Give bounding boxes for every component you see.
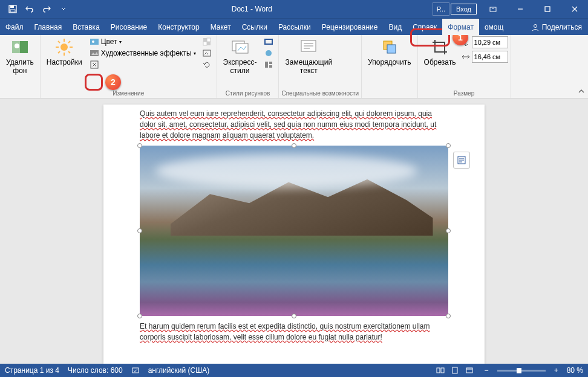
document-area[interactable]: Quis autem vel eum iure reprehenderit, c… — [0, 98, 588, 364]
change-picture-button[interactable] — [200, 48, 214, 59]
svg-rect-32 — [265, 39, 272, 44]
tab-layout[interactable]: Макет — [205, 19, 237, 35]
ribbon-options-button[interactable] — [479, 0, 506, 18]
arrange-icon — [380, 37, 399, 57]
login-button[interactable]: Вход — [451, 4, 477, 14]
titlebar-right: Р... Вход — [433, 0, 588, 18]
svg-rect-23 — [90, 50, 99, 56]
status-page[interactable]: Страница 1 из 4 — [5, 366, 59, 375]
tab-more[interactable]: омощ — [479, 19, 509, 35]
tab-file[interactable]: Файл — [0, 19, 29, 35]
picture-layout-button[interactable] — [261, 59, 276, 70]
color-button[interactable]: Цвет▾ — [87, 36, 198, 47]
ribbon-tabs: Файл Главная Вставка Рисование Конструкт… — [0, 18, 588, 35]
resize-handle-s[interactable] — [292, 314, 296, 318]
crop-label: Обрезать — [424, 58, 456, 66]
effects-icon — [264, 48, 273, 58]
resize-handle-se[interactable] — [446, 314, 451, 318]
height-row — [461, 36, 508, 48]
share-button[interactable]: Поделиться — [525, 19, 588, 35]
minimize-button[interactable] — [506, 0, 534, 18]
svg-rect-36 — [269, 65, 272, 68]
person-icon — [531, 23, 540, 31]
styles-label: Экспресс- стили — [223, 58, 257, 76]
zoom-slider[interactable] — [497, 370, 546, 372]
alt-text-button[interactable]: Замещающий текст — [281, 36, 336, 77]
group-arrange: Упорядочить — [362, 35, 417, 98]
mountain-photo — [140, 146, 448, 316]
width-input[interactable] — [472, 51, 508, 63]
remove-background-button[interactable]: Удалить фон — [2, 36, 38, 77]
status-proofing-icon[interactable] — [131, 366, 140, 375]
transparency-icon — [202, 37, 212, 47]
resize-handle-e[interactable] — [446, 228, 451, 233]
color-icon — [90, 37, 99, 47]
status-words[interactable]: Число слов: 600 — [68, 366, 123, 375]
page: Quis autem vel eum iure reprehenderit, c… — [103, 105, 485, 364]
arrange-button[interactable]: Упорядочить — [364, 36, 414, 68]
tab-help[interactable]: Справк — [407, 19, 442, 35]
remove-bg-label: Удалить фон — [6, 58, 34, 76]
resize-handle-w[interactable] — [137, 228, 142, 233]
maximize-button[interactable] — [534, 0, 561, 18]
corrections-button[interactable]: Настройки — [43, 36, 86, 68]
view-print-button[interactable] — [448, 365, 462, 376]
view-buttons — [434, 365, 476, 376]
group-styles-label: Стили рисунков — [220, 89, 276, 98]
picture-styles-gallery[interactable]: Экспресс- стили — [220, 36, 261, 77]
height-icon — [461, 37, 471, 47]
artistic-effects-button[interactable]: Художественные эффекты▾ — [87, 48, 198, 59]
view-web-button[interactable] — [463, 365, 476, 376]
redo-button[interactable] — [39, 1, 54, 17]
tab-references[interactable]: Ссылки — [237, 19, 273, 35]
save-button[interactable] — [5, 1, 21, 17]
layout-options-button[interactable] — [453, 152, 470, 169]
paragraph-2: Et harum quidem rerum facilis est et exp… — [140, 321, 448, 343]
reset-picture-button[interactable] — [200, 59, 214, 70]
tab-design[interactable]: Конструктор — [152, 19, 204, 35]
collapse-ribbon-button[interactable] — [577, 87, 586, 95]
view-read-button[interactable] — [434, 365, 447, 376]
status-language[interactable]: английский (США) — [148, 366, 209, 375]
svg-rect-27 — [203, 42, 207, 45]
remove-bg-icon — [10, 37, 30, 57]
selected-image[interactable] — [140, 146, 448, 316]
resize-handle-nw[interactable] — [137, 143, 142, 148]
brightness-icon — [54, 37, 74, 57]
svg-rect-26 — [207, 42, 211, 45]
window-title: Doc1 - Word — [71, 5, 433, 13]
picture-effects-button[interactable] — [261, 48, 276, 59]
tab-format[interactable]: Формат — [442, 19, 479, 35]
group-accessibility: Замещающий текст Специальные возможности — [279, 35, 362, 98]
undo-button[interactable] — [22, 1, 38, 17]
close-button[interactable] — [561, 0, 588, 18]
titlebar: Doc1 - Word Р... Вход — [0, 0, 588, 18]
picture-border-button[interactable] — [261, 36, 276, 47]
svg-rect-45 — [437, 368, 440, 373]
width-icon — [461, 52, 471, 62]
height-input[interactable] — [472, 36, 508, 48]
reset-icon — [202, 60, 212, 69]
svg-rect-34 — [265, 62, 268, 68]
resize-handle-sw[interactable] — [137, 314, 142, 318]
svg-rect-47 — [452, 367, 457, 373]
qat-customize-button[interactable] — [56, 1, 71, 17]
zoom-level[interactable]: 80 % — [567, 366, 583, 375]
tab-draw[interactable]: Рисование — [105, 19, 152, 35]
tab-view[interactable]: Вид — [383, 19, 407, 35]
width-row — [461, 51, 508, 63]
svg-rect-25 — [203, 38, 207, 42]
zoom-in-button[interactable]: + — [554, 366, 558, 375]
tab-home[interactable]: Главная — [29, 19, 68, 35]
tab-insert[interactable]: Вставка — [67, 19, 105, 35]
crop-button[interactable]: Обрезать — [420, 36, 460, 68]
resize-handle-ne[interactable] — [446, 143, 451, 148]
compress-button[interactable] — [87, 59, 198, 70]
svg-rect-2 — [10, 10, 15, 12]
tab-mailings[interactable]: Рассылки — [273, 19, 316, 35]
svg-point-33 — [266, 50, 272, 56]
zoom-out-button[interactable]: − — [485, 366, 489, 375]
transparency-button[interactable] — [200, 36, 214, 47]
resize-handle-n[interactable] — [292, 143, 296, 148]
tab-review[interactable]: Рецензирование — [316, 19, 384, 35]
